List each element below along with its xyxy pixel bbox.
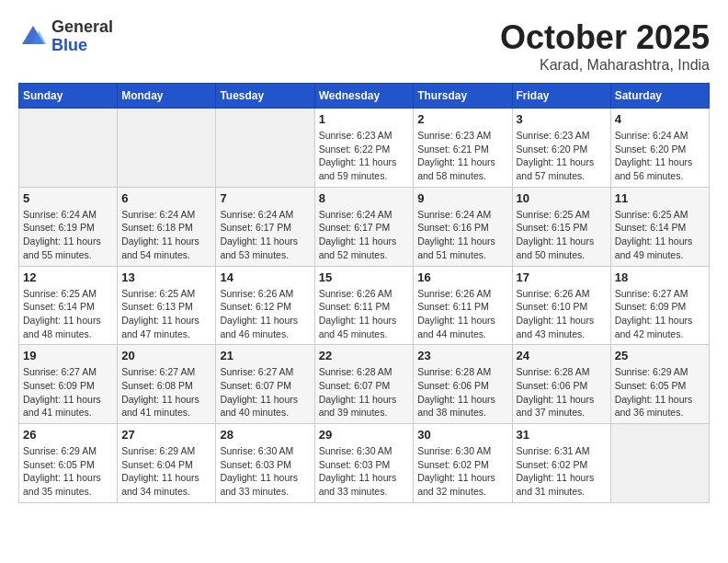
calendar-cell: 13Sunrise: 6:25 AMSunset: 6:13 PMDayligh… (118, 266, 216, 345)
calendar-cell: 3Sunrise: 6:23 AMSunset: 6:20 PMDaylight… (512, 109, 610, 188)
day-detail: Sunrise: 6:25 AMSunset: 6:15 PMDaylight:… (517, 208, 607, 262)
day-detail: Sunrise: 6:26 AMSunset: 6:11 PMDaylight:… (319, 287, 410, 341)
logo-text: General Blue (51, 18, 113, 55)
day-number: 10 (517, 191, 607, 205)
day-number: 16 (417, 270, 507, 284)
calendar-cell: 29Sunrise: 6:30 AMSunset: 6:03 PMDayligh… (314, 424, 414, 503)
calendar-cell: 26Sunrise: 6:29 AMSunset: 6:05 PMDayligh… (19, 424, 118, 503)
calendar-cell: 30Sunrise: 6:30 AMSunset: 6:02 PMDayligh… (414, 424, 512, 503)
calendar-cell: 6Sunrise: 6:24 AMSunset: 6:18 PMDaylight… (118, 187, 216, 266)
calendar-cell: 10Sunrise: 6:25 AMSunset: 6:15 PMDayligh… (512, 187, 610, 266)
calendar-cell (118, 109, 216, 188)
calendar-week-row: 19Sunrise: 6:27 AMSunset: 6:09 PMDayligh… (19, 345, 710, 424)
weekday-header-saturday: Saturday (610, 84, 709, 109)
logo-icon (18, 22, 48, 52)
day-detail: Sunrise: 6:24 AMSunset: 6:19 PMDaylight:… (23, 208, 113, 262)
day-detail: Sunrise: 6:30 AMSunset: 6:03 PMDaylight:… (220, 444, 310, 499)
calendar-cell: 24Sunrise: 6:28 AMSunset: 6:06 PMDayligh… (512, 345, 610, 424)
calendar-cell: 2Sunrise: 6:23 AMSunset: 6:21 PMDaylight… (414, 109, 512, 188)
calendar-cell: 12Sunrise: 6:25 AMSunset: 6:14 PMDayligh… (19, 266, 118, 345)
weekday-header-wednesday: Wednesday (314, 84, 414, 109)
day-detail: Sunrise: 6:26 AMSunset: 6:11 PMDaylight:… (417, 287, 507, 341)
day-number: 17 (517, 270, 607, 284)
calendar-cell: 16Sunrise: 6:26 AMSunset: 6:11 PMDayligh… (414, 266, 512, 345)
day-number: 29 (319, 428, 410, 442)
calendar-cell: 15Sunrise: 6:26 AMSunset: 6:11 PMDayligh… (314, 266, 414, 345)
day-number: 21 (220, 349, 310, 362)
weekday-header-thursday: Thursday (414, 84, 512, 109)
calendar-cell: 21Sunrise: 6:27 AMSunset: 6:07 PMDayligh… (216, 345, 314, 424)
calendar-cell: 19Sunrise: 6:27 AMSunset: 6:09 PMDayligh… (19, 345, 118, 424)
day-detail: Sunrise: 6:28 AMSunset: 6:06 PMDaylight:… (417, 365, 507, 419)
day-detail: Sunrise: 6:24 AMSunset: 6:18 PMDaylight:… (121, 208, 211, 262)
day-detail: Sunrise: 6:24 AMSunset: 6:16 PMDaylight:… (417, 208, 507, 262)
title-block: October 2025 Karad, Maharashtra, India (500, 18, 710, 74)
logo-general: General (51, 18, 113, 37)
day-detail: Sunrise: 6:27 AMSunset: 6:08 PMDaylight:… (121, 365, 211, 419)
day-detail: Sunrise: 6:30 AMSunset: 6:03 PMDaylight:… (319, 444, 410, 499)
day-number: 24 (517, 349, 607, 362)
day-detail: Sunrise: 6:28 AMSunset: 6:06 PMDaylight:… (517, 365, 607, 419)
day-number: 28 (220, 428, 310, 442)
calendar-cell: 14Sunrise: 6:26 AMSunset: 6:12 PMDayligh… (216, 266, 314, 345)
day-number: 20 (121, 349, 211, 362)
day-number: 6 (121, 191, 211, 205)
day-number: 19 (23, 349, 113, 362)
day-detail: Sunrise: 6:25 AMSunset: 6:14 PMDaylight:… (615, 208, 705, 262)
day-detail: Sunrise: 6:30 AMSunset: 6:02 PMDaylight:… (417, 444, 507, 499)
day-detail: Sunrise: 6:29 AMSunset: 6:04 PMDaylight:… (121, 444, 211, 499)
calendar-cell: 23Sunrise: 6:28 AMSunset: 6:06 PMDayligh… (414, 345, 512, 424)
calendar-cell: 11Sunrise: 6:25 AMSunset: 6:14 PMDayligh… (610, 187, 709, 266)
day-number: 23 (417, 349, 507, 362)
day-detail: Sunrise: 6:26 AMSunset: 6:10 PMDaylight:… (517, 287, 607, 341)
calendar-cell: 7Sunrise: 6:24 AMSunset: 6:17 PMDaylight… (216, 187, 314, 266)
calendar-cell: 22Sunrise: 6:28 AMSunset: 6:07 PMDayligh… (314, 345, 414, 424)
weekday-header-tuesday: Tuesday (216, 84, 314, 109)
calendar-subtitle: Karad, Maharashtra, India (500, 57, 710, 74)
day-detail: Sunrise: 6:29 AMSunset: 6:05 PMDaylight:… (615, 365, 705, 419)
day-detail: Sunrise: 6:24 AMSunset: 6:20 PMDaylight:… (615, 129, 705, 183)
calendar-cell: 20Sunrise: 6:27 AMSunset: 6:08 PMDayligh… (118, 345, 216, 424)
day-detail: Sunrise: 6:27 AMSunset: 6:07 PMDaylight:… (220, 365, 310, 419)
day-number: 1 (319, 112, 410, 126)
page-header: General Blue October 2025 Karad, Maharas… (18, 18, 710, 74)
day-number: 15 (319, 270, 410, 284)
day-number: 22 (319, 349, 410, 362)
day-detail: Sunrise: 6:26 AMSunset: 6:12 PMDaylight:… (220, 287, 310, 341)
day-number: 5 (23, 191, 113, 205)
calendar-title: October 2025 (500, 18, 710, 57)
calendar-cell: 17Sunrise: 6:26 AMSunset: 6:10 PMDayligh… (512, 266, 610, 345)
calendar-cell (216, 109, 314, 188)
day-number: 3 (517, 112, 607, 126)
calendar-table: SundayMondayTuesdayWednesdayThursdayFrid… (18, 83, 710, 503)
day-detail: Sunrise: 6:23 AMSunset: 6:22 PMDaylight:… (319, 129, 410, 183)
day-number: 12 (23, 270, 113, 284)
weekday-header-row: SundayMondayTuesdayWednesdayThursdayFrid… (19, 84, 710, 109)
day-number: 14 (220, 270, 310, 284)
calendar-cell: 8Sunrise: 6:24 AMSunset: 6:17 PMDaylight… (314, 187, 414, 266)
day-number: 2 (417, 112, 507, 126)
calendar-week-row: 5Sunrise: 6:24 AMSunset: 6:19 PMDaylight… (19, 187, 710, 266)
day-number: 9 (417, 191, 507, 205)
calendar-cell (19, 109, 118, 188)
day-number: 25 (615, 349, 705, 362)
day-detail: Sunrise: 6:24 AMSunset: 6:17 PMDaylight:… (220, 208, 310, 262)
day-number: 11 (615, 191, 705, 205)
calendar-cell (610, 424, 709, 503)
calendar-cell: 25Sunrise: 6:29 AMSunset: 6:05 PMDayligh… (610, 345, 709, 424)
day-number: 27 (121, 428, 211, 442)
calendar-cell: 18Sunrise: 6:27 AMSunset: 6:09 PMDayligh… (610, 266, 709, 345)
calendar-cell: 27Sunrise: 6:29 AMSunset: 6:04 PMDayligh… (118, 424, 216, 503)
calendar-week-row: 1Sunrise: 6:23 AMSunset: 6:22 PMDaylight… (19, 109, 710, 188)
day-detail: Sunrise: 6:27 AMSunset: 6:09 PMDaylight:… (23, 365, 113, 419)
calendar-cell: 9Sunrise: 6:24 AMSunset: 6:16 PMDaylight… (414, 187, 512, 266)
day-number: 8 (319, 191, 410, 205)
calendar-cell: 1Sunrise: 6:23 AMSunset: 6:22 PMDaylight… (314, 109, 414, 188)
calendar-week-row: 26Sunrise: 6:29 AMSunset: 6:05 PMDayligh… (19, 424, 710, 503)
day-number: 26 (23, 428, 113, 442)
logo: General Blue (18, 18, 113, 55)
day-number: 30 (417, 428, 507, 442)
calendar-cell: 4Sunrise: 6:24 AMSunset: 6:20 PMDaylight… (610, 109, 709, 188)
calendar-cell: 28Sunrise: 6:30 AMSunset: 6:03 PMDayligh… (216, 424, 314, 503)
calendar-cell: 5Sunrise: 6:24 AMSunset: 6:19 PMDaylight… (19, 187, 118, 266)
